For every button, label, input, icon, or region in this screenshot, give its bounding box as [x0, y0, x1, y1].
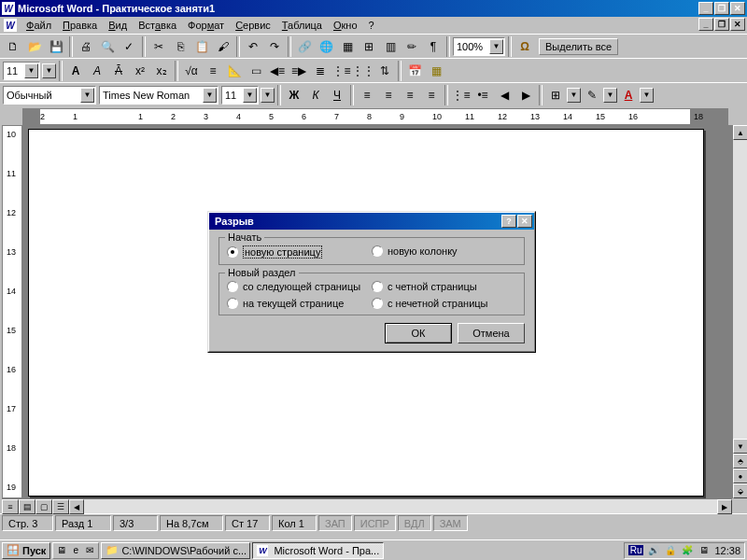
- scroll-right-icon[interactable]: ▶: [717, 499, 732, 514]
- normal-view-icon[interactable]: ≡: [2, 499, 19, 514]
- chevron-down-icon[interactable]: ▼: [567, 88, 581, 103]
- menu-help[interactable]: ?: [363, 18, 380, 33]
- minimize-button[interactable]: _: [698, 2, 713, 15]
- font-size-combo2[interactable]: 11 ▼: [3, 62, 40, 80]
- zoom-combo[interactable]: 100% ▼: [453, 37, 505, 56]
- ie-icon[interactable]: e: [69, 544, 82, 557]
- align-left-icon[interactable]: ≡: [357, 85, 377, 105]
- restore-button[interactable]: ❐: [714, 2, 729, 15]
- bold-a-icon[interactable]: A: [65, 61, 86, 81]
- outdent-icon[interactable]: ◀≡: [267, 61, 288, 81]
- bold-icon[interactable]: Ж: [284, 85, 304, 105]
- multilevel-icon[interactable]: ⋮⋮: [353, 61, 374, 81]
- web-toolbar-icon[interactable]: 🌐: [316, 36, 336, 57]
- insert-table-icon[interactable]: ⊞: [359, 36, 379, 57]
- page-view-icon[interactable]: ▢: [35, 499, 52, 514]
- tray-display-icon[interactable]: 🖥: [698, 544, 711, 557]
- redo-icon[interactable]: ↷: [264, 36, 285, 57]
- next-page-icon[interactable]: ⬙: [733, 483, 747, 498]
- clock[interactable]: 12:38: [714, 545, 740, 556]
- hyperlink-icon[interactable]: 🔗: [294, 36, 315, 57]
- borders-icon[interactable]: ⊞: [545, 85, 566, 105]
- increase-indent-icon[interactable]: ▶: [515, 85, 536, 105]
- dialog-help-button[interactable]: ?: [501, 215, 516, 228]
- scroll-up-icon[interactable]: ▲: [733, 125, 747, 140]
- dialog-titlebar[interactable]: Разрыв ? ✕: [209, 213, 534, 230]
- mdi-close-button[interactable]: ✕: [730, 18, 745, 31]
- tray-lock-icon[interactable]: 🔒: [664, 544, 677, 557]
- browse-object-icon[interactable]: ●: [733, 469, 747, 483]
- language-indicator[interactable]: Ru: [628, 545, 644, 555]
- omega-icon[interactable]: Ω: [514, 36, 535, 57]
- textbox-icon[interactable]: ▭: [246, 61, 266, 81]
- vertical-ruler[interactable]: 10111213141516171819: [2, 125, 22, 498]
- superscript-icon[interactable]: x²: [130, 61, 150, 81]
- align-center-icon[interactable]: ≡: [378, 85, 399, 105]
- paste-icon[interactable]: 📋: [191, 36, 212, 57]
- open-icon[interactable]: 📂: [24, 36, 45, 57]
- cut-icon[interactable]: ✂: [148, 36, 169, 57]
- chevron-down-icon[interactable]: ▼: [42, 63, 56, 78]
- radio-current-page[interactable]: на текущей странице: [227, 298, 372, 309]
- chevron-down-icon[interactable]: ▼: [489, 39, 503, 54]
- format-painter-icon[interactable]: 🖌: [213, 36, 233, 57]
- close-button[interactable]: ✕: [730, 2, 745, 15]
- menu-table[interactable]: Таблица: [276, 18, 328, 33]
- spelling-icon[interactable]: ✓: [119, 36, 139, 57]
- ok-button[interactable]: ОК: [385, 323, 452, 343]
- numbering-icon[interactable]: ⋮≡: [451, 85, 472, 105]
- status-rec[interactable]: ЗАП: [318, 515, 352, 531]
- menu-file[interactable]: Файл: [21, 18, 57, 33]
- align-justify-icon[interactable]: ≡: [421, 85, 442, 105]
- ruler-icon[interactable]: 📐: [224, 61, 245, 81]
- vertical-scrollbar[interactable]: ▲ ▼ ⬘ ● ⬙: [732, 125, 747, 498]
- columns-icon[interactable]: ▥: [380, 36, 401, 57]
- status-ovr[interactable]: ЗАМ: [433, 515, 468, 531]
- chevron-down-icon[interactable]: ▼: [80, 88, 94, 103]
- cancel-button[interactable]: Отмена: [458, 323, 525, 343]
- prev-page-icon[interactable]: ⬘: [733, 454, 747, 469]
- scroll-left-icon[interactable]: ◀: [69, 499, 84, 514]
- bullets-icon[interactable]: •≡: [472, 85, 493, 105]
- chevron-down-icon[interactable]: ▼: [24, 63, 38, 78]
- chevron-down-icon[interactable]: ▼: [640, 88, 654, 103]
- menu-tools[interactable]: Сервис: [230, 18, 276, 33]
- oe-icon[interactable]: ✉: [83, 544, 96, 557]
- dialog-close-button[interactable]: ✕: [517, 215, 532, 228]
- underline-icon[interactable]: Ч: [327, 85, 347, 105]
- drawing-icon[interactable]: ✏: [402, 36, 422, 57]
- select-all-button[interactable]: Выделить все: [539, 38, 618, 55]
- subscript-icon[interactable]: x₂: [151, 61, 172, 81]
- decrease-indent-icon[interactable]: ◀: [494, 85, 514, 105]
- tray-app-icon[interactable]: 🧩: [681, 544, 694, 557]
- color-box-icon[interactable]: ▦: [426, 61, 446, 81]
- style-combo[interactable]: Обычный ▼: [3, 86, 96, 105]
- chevron-down-icon[interactable]: ▼: [203, 88, 217, 103]
- chevron-down-icon[interactable]: ▼: [243, 88, 257, 103]
- menu-view[interactable]: Вид: [103, 18, 133, 33]
- font-combo[interactable]: Times New Roman ▼: [99, 86, 218, 105]
- horizontal-scrollbar[interactable]: [84, 499, 717, 513]
- taskbar-task2[interactable]: W Microsoft Word - Пра...: [252, 542, 384, 559]
- font-color-icon[interactable]: A: [618, 85, 639, 105]
- mdi-minimize-button[interactable]: _: [698, 18, 713, 31]
- calendar-icon[interactable]: 📅: [404, 61, 425, 81]
- status-ext[interactable]: ВДЛ: [398, 515, 431, 531]
- radio-new-column[interactable]: новую колонку: [372, 245, 516, 257]
- italic-a-icon[interactable]: A: [87, 61, 107, 81]
- online-view-icon[interactable]: ▤: [19, 499, 35, 514]
- strike-a-icon[interactable]: Ā: [108, 61, 129, 81]
- taskbar-task1[interactable]: 📁 C:\WINDOWS\Рабочий с...: [101, 542, 250, 559]
- undo-icon[interactable]: ↶: [243, 36, 263, 57]
- scroll-down-icon[interactable]: ▼: [733, 439, 747, 454]
- radio-even-page[interactable]: с четной страницы: [372, 281, 516, 292]
- tray-volume-icon[interactable]: 🔊: [647, 544, 660, 557]
- chevron-down-icon[interactable]: ▼: [603, 88, 617, 103]
- show-paragraph-icon[interactable]: ¶: [423, 36, 444, 57]
- sort-icon[interactable]: ⇅: [374, 61, 395, 81]
- italic-icon[interactable]: К: [305, 85, 326, 105]
- outline-view-icon[interactable]: ☰: [52, 499, 69, 514]
- menu-insert[interactable]: Вставка: [133, 18, 182, 33]
- radio-next-page[interactable]: со следующей страницы: [227, 281, 372, 292]
- align-right-icon[interactable]: ≡: [400, 85, 420, 105]
